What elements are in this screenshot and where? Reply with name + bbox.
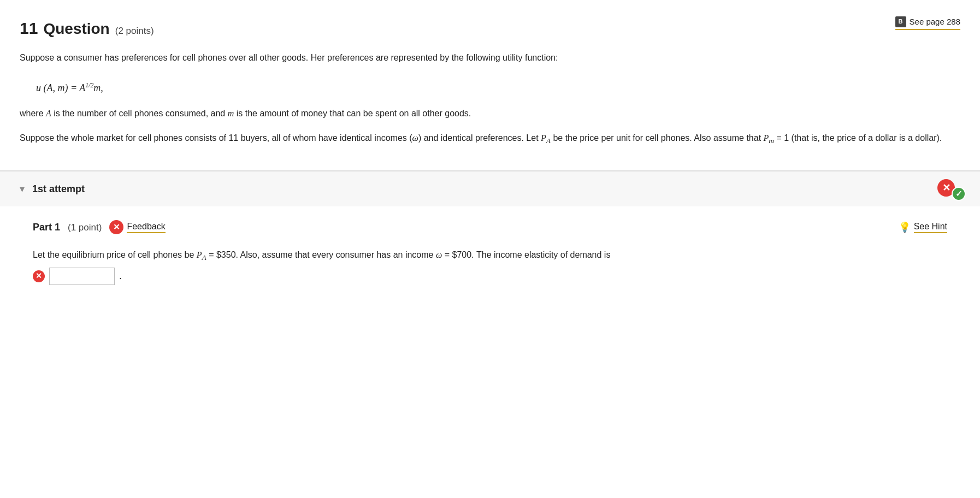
feedback-error-icon: ✕ [109,220,123,234]
question-text-3: Suppose the whole market for cell phones… [20,131,960,147]
feedback-button[interactable]: ✕ Feedback [109,220,165,234]
period: . [119,268,122,284]
math-A: A [46,109,51,118]
see-hint-text: See Hint [914,222,947,233]
part1-question-text: Let the equilibrium price of cell phones… [33,247,947,264]
page-container: 11 Question (2 points) B See page 288 Su… [0,0,980,498]
see-hint-button[interactable]: 💡 See Hint [899,221,947,233]
question-text-1: Suppose a consumer has preferences for c… [20,50,960,65]
question-points: (2 points) [115,23,154,38]
attempt-section: ▾ 1st attempt ✕ ✓ [0,170,980,206]
bulb-icon: 💡 [899,221,911,233]
question-label: Question [43,17,109,42]
question-header: 11 Question (2 points) B See page 288 [0,0,980,50]
see-page-link[interactable]: B See page 288 [895,15,960,30]
math-omega-part1: ω [436,250,442,259]
part1-points: (1 point) [68,220,102,235]
see-page-text: See page 288 [910,15,960,28]
part1-body: Let the equilibrium price of cell phones… [33,247,947,285]
math-PA-part1: PA [197,250,206,259]
answer-error-icon: ✕ [33,270,45,282]
feedback-text: Feedback [127,222,165,233]
question-number: 11 [20,15,38,42]
page-icon: B [895,16,906,27]
question-body: Suppose a consumer has preferences for c… [0,50,980,170]
math-Pm: Pm [764,133,774,143]
answer-input[interactable] [49,268,115,285]
question-title-group: 11 Question (2 points) [20,15,154,42]
attempt-label: 1st attempt [32,181,85,197]
math-exponent: 1/2 [85,82,93,89]
attempt-correct-icon: ✓ [952,187,966,201]
question-text-2: where A is the number of cell phones con… [20,106,960,121]
math-m: m [228,109,234,118]
part1-header-left: Part 1 (1 point) ✕ Feedback [33,220,166,235]
part1-section: Part 1 (1 point) ✕ Feedback 💡 See Hint L… [0,206,980,294]
math-display: u (A, m) = A1/2m, [20,75,960,106]
answer-line: ✕ . [33,268,947,285]
attempt-left: ▾ 1st attempt [20,181,85,197]
part1-header: Part 1 (1 point) ✕ Feedback 💡 See Hint [33,220,947,235]
part1-label: Part 1 [33,220,60,235]
math-PA: PA [541,133,551,143]
attempt-status-icons: ✕ ✓ [937,179,960,199]
chevron-down-icon[interactable]: ▾ [20,181,25,197]
